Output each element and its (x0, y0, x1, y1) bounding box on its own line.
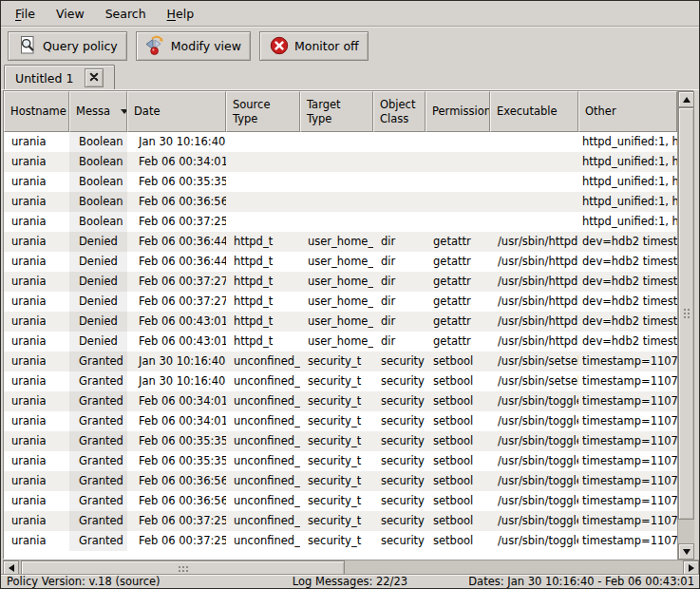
column-header-label: Source Type (233, 98, 271, 125)
log-row[interactable]: uraniaGrantedFeb 06 00:37:25unconfined_s… (4, 531, 677, 551)
column-header-permission[interactable]: Permission (426, 91, 490, 132)
log-row[interactable]: uraniaGrantedFeb 06 00:37:25unconfined_s… (4, 511, 677, 531)
cell-target-type (300, 152, 373, 172)
column-header-target-type[interactable]: Target Type (300, 91, 373, 132)
cell-source-type: unconfined_ (226, 491, 300, 511)
toolbar-button-label: Query policy (43, 39, 118, 53)
log-row[interactable]: uraniaBooleanFeb 06 00:34:01httpd_unifie… (4, 152, 677, 172)
tab-close-button[interactable] (85, 68, 104, 87)
cell-other: dev=hdb2 timesta (578, 292, 677, 312)
cell-message: Boolean (69, 192, 127, 212)
cell-permission: getattr (426, 252, 490, 272)
cell-date: Feb 06 00:37:25 (127, 212, 226, 232)
log-row[interactable]: uraniaGrantedFeb 06 00:36:56unconfined_s… (4, 491, 677, 511)
log-row[interactable]: uraniaBooleanFeb 06 00:37:25httpd_unifie… (4, 212, 677, 232)
cell-message: Granted (69, 391, 127, 411)
log-row[interactable]: uraniaGrantedFeb 06 00:35:35unconfined_s… (4, 431, 677, 451)
scroll-down-button[interactable] (678, 543, 694, 560)
cell-object-class: security (373, 431, 426, 451)
cell-date: Feb 06 00:36:44 (127, 252, 226, 272)
column-header-executable[interactable]: Executable (490, 91, 578, 132)
cell-target-type (300, 172, 373, 192)
log-row[interactable]: uraniaGrantedJan 30 10:16:40unconfined_s… (4, 352, 677, 371)
menu-search[interactable]: Search (95, 3, 157, 25)
column-header-messa[interactable]: Messa (69, 91, 127, 132)
cell-source-type: httpd_t (226, 312, 300, 332)
log-row[interactable]: uraniaGrantedFeb 06 00:34:01unconfined_s… (4, 391, 677, 411)
log-row[interactable]: uraniaGrantedFeb 06 00:35:35unconfined_s… (4, 451, 677, 471)
menu-view[interactable]: View (46, 3, 95, 25)
log-row[interactable]: uraniaBooleanJan 30 10:16:40httpd_unifie… (4, 132, 677, 152)
cell-message: Boolean (69, 172, 127, 192)
cell-executable: /usr/sbin/httpd (490, 292, 578, 312)
log-row[interactable]: uraniaGrantedFeb 06 00:34:01unconfined_s… (4, 411, 677, 431)
cell-target-type: security_t (300, 471, 373, 491)
cell-other: httpd_unified:1, h (578, 212, 677, 232)
cell-permission (426, 172, 490, 192)
cell-other: dev=hdb2 timesta (578, 252, 677, 272)
cell-target-type: user_home_ (300, 252, 373, 272)
cell-message: Denied (69, 292, 127, 312)
column-header-source-type[interactable]: Source Type (226, 91, 300, 132)
cell-permission: setbool (426, 531, 490, 551)
query-policy-button[interactable]: Query policy (8, 31, 127, 61)
vertical-scrollbar-thumb[interactable] (678, 107, 694, 520)
log-row[interactable]: uraniaDeniedFeb 06 00:36:44httpd_tuser_h… (4, 252, 677, 272)
cell-permission: setbool (426, 391, 490, 411)
log-row[interactable]: uraniaDeniedFeb 06 00:43:01httpd_tuser_h… (4, 312, 677, 332)
cell-message: Granted (69, 352, 127, 371)
log-row[interactable]: uraniaGrantedFeb 06 00:36:56unconfined_s… (4, 471, 677, 491)
log-row[interactable]: uraniaDeniedFeb 06 00:37:27httpd_tuser_h… (4, 292, 677, 312)
modify-view-button[interactable]: Modify view (136, 31, 251, 61)
cell-target-type: security_t (300, 371, 373, 391)
cell-date: Feb 06 00:36:56 (127, 491, 226, 511)
cell-message: Granted (69, 471, 127, 491)
cell-target-type: security_t (300, 491, 373, 511)
cell-hostname: urania (4, 252, 69, 272)
log-row[interactable]: uraniaDeniedFeb 06 00:37:27httpd_tuser_h… (4, 272, 677, 292)
column-header-object-class[interactable]: Object Class (373, 91, 426, 132)
column-header-other[interactable]: Other (578, 91, 677, 132)
menu-help[interactable]: Help (157, 3, 205, 25)
cell-permission: getattr (426, 292, 490, 312)
cell-message: Denied (69, 252, 127, 272)
column-header-date[interactable]: Date (127, 91, 226, 132)
log-row[interactable]: uraniaDeniedFeb 06 00:43:01httpd_tuser_h… (4, 332, 677, 352)
log-row[interactable]: uraniaBooleanFeb 06 00:36:56httpd_unifie… (4, 192, 677, 212)
cell-executable: /usr/sbin/toggle (490, 471, 578, 491)
cell-executable (490, 192, 578, 212)
cell-source-type: unconfined_ (226, 431, 300, 451)
column-header-hostname[interactable]: Hostname (4, 91, 69, 132)
log-table-main: HostnameMessaDateSource TypeTarget TypeO… (4, 91, 677, 560)
cell-source-type: unconfined_ (226, 451, 300, 471)
cell-date: Jan 30 10:16:40 (127, 132, 226, 152)
log-row[interactable]: uraniaBooleanFeb 06 00:35:35httpd_unifie… (4, 172, 677, 192)
cell-source-type (226, 212, 300, 232)
arrow-right-icon (689, 564, 694, 572)
cell-other: dev=hdb2 timesta (578, 312, 677, 332)
cell-other: timestamp=11076 (578, 531, 677, 551)
cell-target-type: user_home_ (300, 332, 373, 352)
cell-date: Feb 06 00:35:35 (127, 431, 226, 451)
cell-target-type: security_t (300, 411, 373, 431)
vertical-scrollbar[interactable] (677, 91, 694, 560)
cell-object-class: security (373, 471, 426, 491)
cell-hostname: urania (4, 431, 69, 451)
tab-untitled-1[interactable]: Untitled 1 (4, 65, 115, 90)
log-row[interactable]: uraniaDeniedFeb 06 00:36:44httpd_tuser_h… (4, 232, 677, 252)
vertical-scrollbar-track[interactable] (678, 107, 694, 543)
cell-target-type: user_home_ (300, 292, 373, 312)
menu-file[interactable]: File (5, 3, 46, 25)
scroll-up-button[interactable] (678, 91, 694, 107)
cell-object-class (373, 192, 426, 212)
cell-hostname: urania (4, 352, 69, 371)
cell-object-class (373, 212, 426, 232)
cell-message: Denied (69, 272, 127, 292)
tab-label: Untitled 1 (15, 71, 73, 86)
log-row[interactable]: uraniaGrantedJan 30 10:16:40unconfined_s… (4, 371, 677, 391)
cell-other: dev=hdb2 timesta (578, 232, 677, 252)
monitor-off-button[interactable]: Monitor off (259, 31, 369, 61)
cell-other: httpd_unified:1, h (578, 152, 677, 172)
cell-other: timestamp=11076 (578, 511, 677, 531)
column-header-label: Other (585, 104, 616, 118)
